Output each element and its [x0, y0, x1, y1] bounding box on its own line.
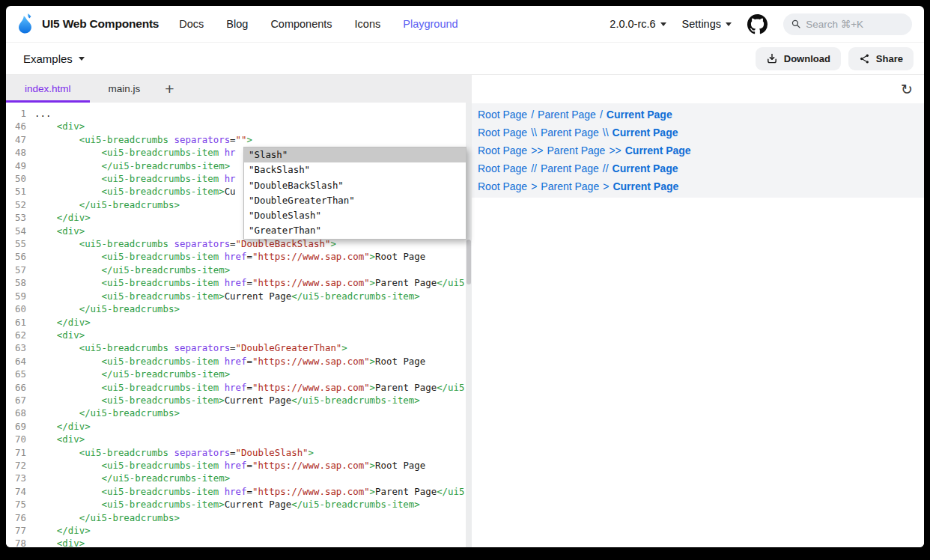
code-line[interactable]: 72 <ui5-breadcrumbs-item href="https://w…: [6, 459, 472, 472]
autocomplete-item[interactable]: "BackSlash": [244, 162, 466, 177]
breadcrumb-link[interactable]: Root Page: [478, 162, 527, 174]
toolbar-actions: Download Share: [756, 47, 914, 70]
code-line[interactable]: 73 </ui5-breadcrumbs-item>: [6, 472, 472, 484]
nav-link-docs[interactable]: Docs: [179, 18, 204, 30]
code-line[interactable]: 75 <ui5-breadcrumbs-item>Current Page</u…: [6, 498, 472, 511]
code-line-text: <div>: [34, 225, 85, 237]
code-line[interactable]: 68 </ui5-breadcrumbs>: [6, 407, 472, 419]
code-token: "https://www.sap.com": [252, 382, 370, 393]
code-token: </ui5-breadcrumbs-item>: [34, 264, 230, 276]
breadcrumb-link[interactable]: Parent Page: [541, 127, 599, 139]
line-number: 47: [6, 133, 34, 146]
code-line[interactable]: 70 <div>: [6, 433, 472, 445]
code-token: separators: [174, 342, 231, 353]
line-number: 59: [6, 290, 34, 302]
scrollbar-thumb[interactable]: [466, 240, 471, 284]
line-number: 68: [6, 407, 34, 419]
code-line[interactable]: 61 </div>: [6, 316, 472, 329]
code-line[interactable]: 64 <ui5-breadcrumbs-item href="https://w…: [6, 355, 472, 368]
code-line[interactable]: 66 <ui5-breadcrumbs-item href="https://w…: [6, 381, 472, 394]
add-tab-button[interactable]: +: [159, 75, 180, 103]
code-line[interactable]: 63 <ui5-breadcrumbs separators="DoubleGr…: [6, 341, 472, 354]
breadcrumb-link[interactable]: Root Page: [478, 180, 527, 192]
code-line-text: <ui5-breadcrumbs-item href="https://www.…: [34, 250, 425, 263]
code-line[interactable]: 67 <ui5-breadcrumbs-item>Current Page</u…: [6, 394, 472, 407]
code-line[interactable]: 65 </ui5-breadcrumbs-item>: [6, 368, 472, 380]
code-line[interactable]: 74 <ui5-breadcrumbs-item href="https://w…: [6, 485, 472, 498]
code-line-text: <div>: [34, 329, 85, 341]
code-token: Root Page: [375, 356, 425, 367]
search-box[interactable]: [783, 13, 912, 35]
code-line[interactable]: 57 </ui5-breadcrumbs-item>: [6, 264, 472, 276]
line-number: 56: [6, 250, 34, 263]
code-line-text: <div>: [34, 433, 85, 445]
breadcrumb-separator: \\: [603, 127, 609, 139]
code-line-text: <ui5-breadcrumbs-item href="https://www.…: [34, 485, 472, 498]
code-line[interactable]: 69 </div>: [6, 420, 472, 433]
line-number: 78: [6, 537, 34, 547]
code-token: <div>: [34, 329, 85, 341]
line-number: 50: [6, 172, 34, 185]
code-line[interactable]: 77 </div>: [6, 524, 472, 537]
code-line-text: </ui5-breadcrumbs>: [34, 198, 180, 211]
code-line-text: <ui5-breadcrumbs separators="DoubleGreat…: [34, 341, 347, 354]
code-token: </ui5-breadcrumbs-item>: [34, 160, 230, 171]
code-line[interactable]: 59 <ui5-breadcrumbs-item>Current Page</u…: [6, 290, 472, 302]
autocomplete-item[interactable]: "GreaterThan": [244, 223, 466, 238]
code-line[interactable]: 56 <ui5-breadcrumbs-item href="https://w…: [6, 250, 472, 263]
breadcrumbs-preview: Root Page/Parent Page/Current PageRoot P…: [472, 103, 924, 198]
breadcrumb-link[interactable]: Parent Page: [541, 162, 599, 174]
nav-link-playground[interactable]: Playground: [403, 18, 458, 30]
editor-scrollbar[interactable]: [466, 103, 472, 547]
search-input[interactable]: [806, 19, 904, 30]
github-link[interactable]: [747, 14, 768, 34]
github-icon: [747, 14, 768, 34]
breadcrumb-link[interactable]: Root Page: [478, 144, 527, 156]
code-line[interactable]: 46 <div>: [6, 120, 472, 133]
code-token: <div>: [34, 121, 85, 132]
tab-main-js[interactable]: main.js: [90, 75, 159, 103]
breadcrumb-link[interactable]: Parent Page: [547, 144, 606, 156]
nav-link-components[interactable]: Components: [270, 18, 332, 30]
code-line-text: </ui5-breadcrumbs>: [34, 407, 180, 419]
code-token: =: [230, 134, 235, 145]
share-button[interactable]: Share: [848, 47, 914, 70]
nav-link-icons[interactable]: Icons: [355, 18, 381, 30]
code-token: </ui5-breadcrumbs>: [34, 303, 180, 314]
breadcrumb-row: Root Page\\Parent Page\\Current Page: [478, 124, 924, 141]
autocomplete-item[interactable]: "DoubleSlash": [244, 208, 466, 223]
code-line[interactable]: 58 <ui5-breadcrumbs-item href="https://w…: [6, 276, 472, 289]
nav-link-blog[interactable]: Blog: [226, 18, 248, 30]
breadcrumb-link[interactable]: Parent Page: [541, 180, 599, 192]
code-line[interactable]: 47 <ui5-breadcrumbs separators="">: [6, 133, 472, 146]
line-number: 63: [6, 341, 34, 354]
line-number: 54: [6, 225, 34, 237]
version-dropdown[interactable]: 2.0.0-rc.6: [610, 18, 666, 30]
code-token: Parent Page: [375, 277, 437, 288]
autocomplete-item[interactable]: "DoubleBackSlash": [244, 178, 466, 193]
settings-label: Settings: [682, 18, 721, 30]
tab-index-html[interactable]: index.html: [6, 75, 90, 103]
breadcrumb-link[interactable]: Root Page: [478, 109, 527, 121]
code-line-text: </div>: [34, 316, 91, 329]
download-button[interactable]: Download: [756, 47, 841, 70]
preview-panel: ↻ Root Page/Parent Page/Current PageRoot…: [472, 75, 924, 547]
code-line[interactable]: 1...: [6, 107, 472, 120]
code-line[interactable]: 71 <ui5-breadcrumbs separators="DoubleSl…: [6, 446, 472, 459]
autocomplete-item[interactable]: "DoubleGreaterThan": [244, 193, 466, 208]
code-token: Root Page: [375, 460, 425, 471]
code-token: "https://www.sap.com": [252, 460, 370, 471]
breadcrumb-link[interactable]: Root Page: [478, 127, 527, 139]
breadcrumb-link[interactable]: Parent Page: [538, 109, 596, 121]
brand-home-link[interactable]: UI5 Web Components: [16, 13, 159, 35]
code-line[interactable]: 76 </ui5-breadcrumbs>: [6, 511, 472, 524]
code-line-text: </ui5-breadcrumbs-item>: [34, 472, 230, 484]
examples-dropdown[interactable]: Examples: [23, 52, 85, 65]
refresh-button[interactable]: ↻: [899, 82, 914, 97]
autocomplete-item[interactable]: "Slash": [244, 147, 466, 162]
code-line[interactable]: 78 <div>: [6, 537, 472, 547]
code-line[interactable]: 62 <div>: [6, 329, 472, 341]
settings-dropdown[interactable]: Settings: [682, 18, 732, 30]
code-token: <div>: [34, 225, 85, 237]
code-line[interactable]: 60 </ui5-breadcrumbs>: [6, 302, 472, 315]
